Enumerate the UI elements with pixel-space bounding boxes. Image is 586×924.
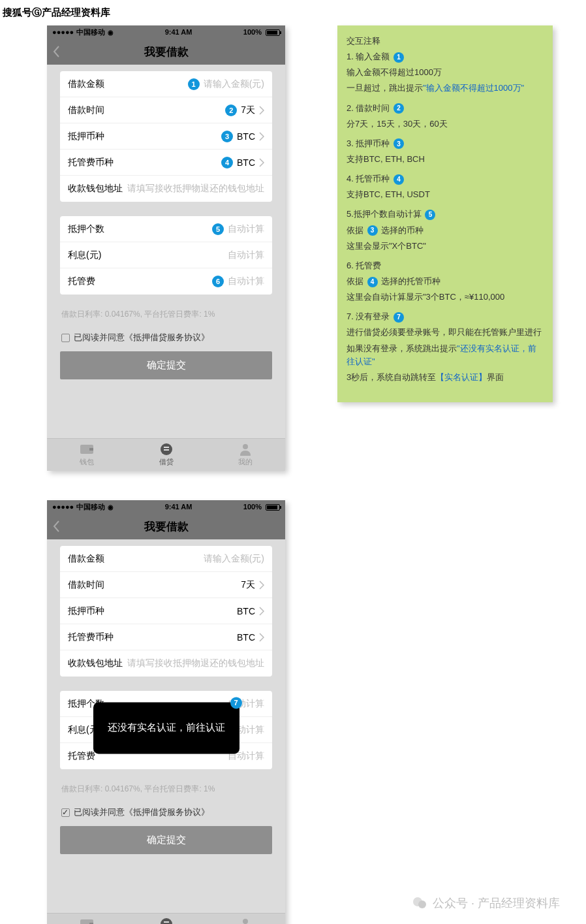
count-auto: 自动计算 (228, 223, 264, 235)
back-icon[interactable] (52, 520, 60, 533)
wallet-label: 收款钱包地址 (68, 658, 123, 669)
svg-rect-9 (164, 921, 169, 923)
amount-placeholder: 请输入金额(元) (204, 78, 264, 90)
tabbar: 钱包 借贷 我的 (47, 438, 285, 471)
custody-value: BTC (237, 632, 255, 643)
interest-label: 利息(元) (68, 249, 101, 261)
agree-checkbox[interactable] (61, 334, 70, 342)
phone-mock-1: ●●●●● 中国移动 ◉ 9:41 AM 100% 我要借款 借款金额 1 请输… (47, 25, 285, 471)
row-fee: 托管费 6 自动计算 (60, 268, 272, 295)
chevron-right-icon (259, 607, 264, 616)
note-4-line1: 支持BTC, ETH, USDT (347, 188, 544, 201)
tab-mine[interactable]: 我的 (206, 439, 285, 471)
carrier: 中国移动 (76, 27, 105, 37)
wifi-icon: ◉ (108, 29, 114, 36)
badge-2: 2 (393, 103, 404, 114)
back-icon[interactable] (52, 45, 60, 58)
tab-wallet[interactable]: 钱包 (47, 439, 127, 471)
agree-row[interactable]: 已阅读并同意《抵押借贷服务协议》 (60, 332, 272, 351)
fee-label: 托管费 (68, 750, 95, 762)
notes-panel: 交互注释 1. 输入金额 1 输入金额不得超过1000万 一旦超过，跳出提示"输… (337, 25, 553, 402)
nav-title: 我要借款 (144, 44, 189, 59)
wallet-label: 收款钱包地址 (68, 183, 123, 195)
submit-button[interactable]: 确定提交 (60, 351, 272, 379)
amount-label: 借款金额 (68, 78, 104, 90)
row-wallet[interactable]: 收款钱包地址 请填写接收抵押物退还的钱包地址 (60, 650, 272, 677)
row-custody[interactable]: 托管费币种 4 BTC (60, 150, 272, 176)
row-collateral[interactable]: 抵押币种 3 BTC (60, 123, 272, 150)
interest-auto: 自动计算 (228, 249, 264, 261)
rate-note: 借款日利率: 0.04167%, 平台托管日费率: 1% (60, 784, 272, 806)
row-custody[interactable]: 托管费币种 BTC (60, 624, 272, 650)
chevron-right-icon (259, 106, 264, 115)
note-6-line2: 这里会自动计算显示"3个BTC，≈¥110,000 (347, 291, 544, 304)
note-7-line2a: 如果没有登录，系统跳出提示 (347, 343, 457, 353)
nav-bar: 我要借款 (47, 39, 285, 65)
duration-label: 借款时间 (68, 104, 104, 116)
tab-wallet-label: 钱包 (47, 457, 127, 467)
note-7-line3c: 界面 (487, 372, 504, 382)
tab-loan[interactable]: 借贷 (127, 439, 206, 471)
wallet-icon (79, 917, 95, 924)
note-7-title: 7. 没有登录 (347, 311, 390, 321)
submit-button[interactable]: 确定提交 (60, 826, 272, 854)
row-amount[interactable]: 借款金额 1 请输入金额(元) (60, 71, 272, 97)
person-icon (238, 917, 253, 924)
agree-checkbox[interactable] (61, 808, 70, 817)
tab-mine-label: 我的 (206, 457, 285, 467)
signal-icon: ●●●●● (52, 28, 74, 36)
loan-icon (159, 443, 174, 456)
svg-rect-3 (164, 447, 169, 448)
status-bar: ●●●●● 中国移动 ◉ 9:41 AM 100% (47, 25, 285, 39)
tab-wallet[interactable]: 钱包 (47, 914, 127, 924)
note-2-line1: 分7天，15天，30天，60天 (347, 118, 544, 131)
duration-value: 7天 (241, 104, 255, 116)
note-5-line1b: 选择的币种 (381, 225, 424, 235)
row-collateral[interactable]: 抵押币种 BTC (60, 598, 272, 624)
form-card-1: 借款金额 请输入金额(元) 借款时间 7天 抵押币种 BTC 托管费币种 (60, 546, 272, 677)
phone-mock-2: ●●●●● 中国移动 ◉ 9:41 AM 100% 我要借款 借款金额 请输入金… (47, 500, 285, 924)
notes-title: 交互注释 (347, 35, 544, 48)
chevron-right-icon (259, 132, 264, 141)
row-amount[interactable]: 借款金额 请输入金额(元) (60, 546, 272, 572)
nav-bar: 我要借款 (47, 513, 285, 539)
note-3-title: 3. 抵押币种 (347, 138, 390, 148)
toast-auth: 还没有实名认证，前往认证 7 (93, 702, 239, 754)
custody-value: BTC (237, 157, 255, 168)
svg-rect-1 (89, 448, 93, 451)
badge-7: 7 (393, 312, 404, 323)
svg-point-5 (243, 444, 248, 449)
note-6-title: 6. 托管费 (347, 259, 544, 272)
row-duration[interactable]: 借款时间 7天 (60, 572, 272, 598)
note-1-line1: 输入金额不得超过1000万 (347, 66, 544, 79)
tab-loan[interactable]: 借贷 (127, 914, 206, 924)
row-duration[interactable]: 借款时间 2 7天 (60, 97, 272, 123)
loan-icon (159, 917, 174, 924)
custody-label: 托管费币种 (68, 631, 114, 643)
row-wallet[interactable]: 收款钱包地址 请填写接收抵押物退还的钱包地址 (60, 176, 272, 202)
svg-point-13 (418, 900, 426, 908)
note-7-line1: 进行借贷必须要登录账号，即只能在托管账户里进行 (347, 326, 544, 339)
svg-rect-4 (164, 449, 169, 451)
badge-4: 4 (393, 174, 404, 185)
wifi-icon: ◉ (108, 503, 114, 511)
status-time: 9:41 AM (165, 503, 193, 511)
agree-row[interactable]: 已阅读并同意《抵押借贷服务协议》 (60, 806, 272, 826)
badge-1: 1 (188, 78, 200, 90)
tab-mine[interactable]: 我的 (206, 914, 285, 924)
badge-5: 5 (425, 210, 435, 220)
svg-point-8 (161, 918, 172, 924)
chevron-right-icon (259, 158, 264, 167)
battery-icon (266, 504, 280, 511)
badge-4: 4 (221, 157, 233, 168)
badge-4: 4 (367, 277, 378, 287)
badge-2: 2 (225, 104, 237, 116)
amount-label: 借款金额 (68, 553, 104, 565)
agree-text[interactable]: 已阅读并同意《抵押借贷服务协议》 (74, 332, 209, 343)
agree-text[interactable]: 已阅读并同意《抵押借贷服务协议》 (74, 806, 209, 818)
battery-pct: 100% (243, 503, 262, 511)
badge-3: 3 (367, 225, 378, 236)
toast-text: 还没有实名认证，前往认证 (108, 722, 225, 733)
form-card-1: 借款金额 1 请输入金额(元) 借款时间 2 7天 抵押币种 3 BTC (60, 71, 272, 202)
tab-loan-label: 借贷 (127, 457, 206, 467)
